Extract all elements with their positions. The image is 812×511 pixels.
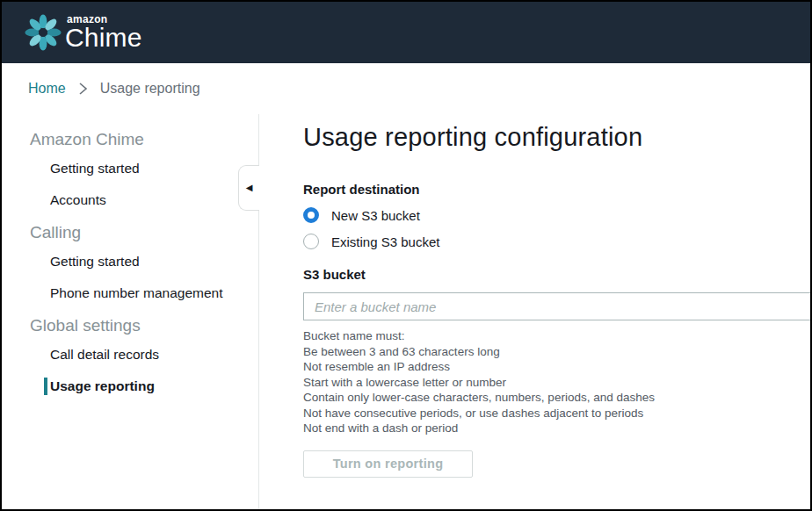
collapse-arrow-icon: ◀ <box>246 184 253 192</box>
s3-bucket-label: S3 bucket <box>303 267 810 282</box>
sidebar-item-usage-reporting[interactable]: Usage reporting <box>44 378 258 395</box>
requirement-rule: Not have consecutive periods, or use das… <box>303 406 810 421</box>
page-title: Usage reporting configuration <box>303 123 810 152</box>
brand-text: amazon Chime <box>65 14 142 51</box>
sidebar-item-getting-started[interactable]: Getting started <box>50 160 258 177</box>
radio-selected-icon[interactable] <box>303 207 319 223</box>
report-destination-label: Report destination <box>303 182 810 197</box>
sidebar-section-global-settings: Global settings <box>30 316 258 335</box>
breadcrumb: Home Usage reporting <box>2 63 810 114</box>
radio-option-new-s3-bucket[interactable]: New S3 bucket <box>303 207 810 223</box>
requirement-rule: Not end with a dash or period <box>303 421 810 436</box>
radio-option-label: Existing S3 bucket <box>331 234 439 249</box>
report-destination-radio-group: New S3 bucket Existing S3 bucket <box>303 207 810 249</box>
requirement-rule: Be between 3 and 63 characters long <box>303 344 810 360</box>
radio-option-label: New S3 bucket <box>331 208 420 223</box>
bucket-name-input[interactable] <box>303 292 810 320</box>
chime-logo: amazon Chime <box>23 12 142 53</box>
breadcrumb-home-link[interactable]: Home <box>28 81 66 97</box>
sidebar-section-calling: Calling <box>30 223 258 242</box>
chime-pinwheel-icon <box>23 12 63 53</box>
requirement-rule: Start with a lowercase letter or number <box>303 375 810 391</box>
sidebar-item-calling-getting-started[interactable]: Getting started <box>50 253 258 270</box>
requirement-rule: Not resemble an IP address <box>303 359 810 375</box>
breadcrumb-chevron-icon <box>78 82 88 96</box>
app-header: amazon Chime <box>2 2 810 63</box>
sidebar-item-call-detail-records[interactable]: Call detail records <box>50 346 258 363</box>
breadcrumb-current: Usage reporting <box>100 81 200 97</box>
requirement-rule: Contain only lower-case characters, numb… <box>303 390 810 406</box>
turn-on-reporting-button[interactable]: Turn on reporting <box>303 450 473 478</box>
brand-chime: Chime <box>65 25 142 51</box>
main-content: Usage reporting configuration Report des… <box>259 114 810 509</box>
radio-option-existing-s3-bucket[interactable]: Existing S3 bucket <box>303 234 810 249</box>
app-window: amazon Chime Home Usage reporting Amazon… <box>0 0 812 511</box>
sidebar-item-phone-number-management[interactable]: Phone number management <box>50 284 258 302</box>
radio-unselected-icon[interactable] <box>303 234 319 249</box>
sidebar-item-accounts[interactable]: Accounts <box>50 191 258 209</box>
bucket-name-requirements: Bucket name must: Be between 3 and 63 ch… <box>303 328 810 436</box>
sidebar-section-amazon-chime: Amazon Chime <box>30 130 258 149</box>
requirements-heading: Bucket name must: <box>303 328 810 344</box>
sidebar-collapse-button[interactable]: ◀ <box>238 165 259 211</box>
sidebar: Amazon Chime Getting started Accounts Ca… <box>2 114 259 509</box>
